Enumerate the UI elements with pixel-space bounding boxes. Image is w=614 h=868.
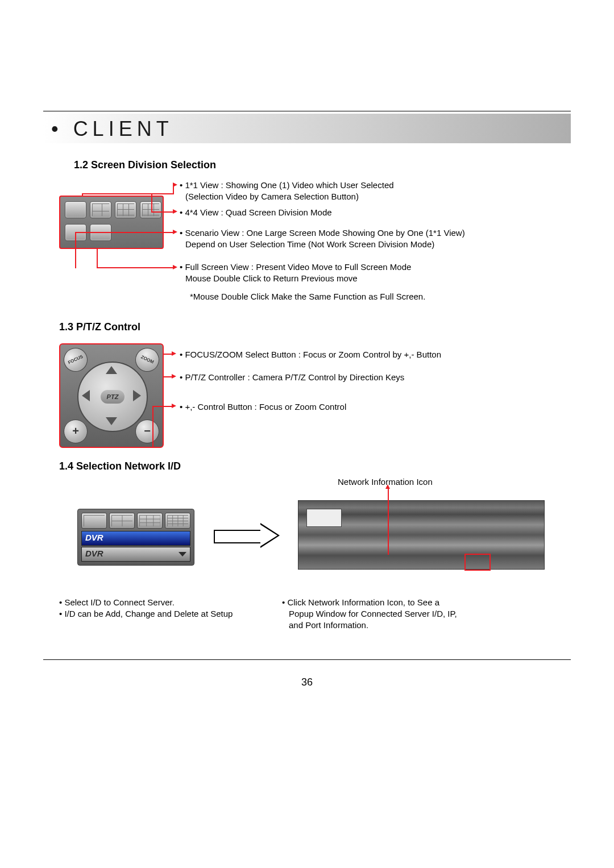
- arrow-icon: [173, 230, 177, 234]
- text-right-2: Popup Window for Connected Server I/D, I…: [289, 608, 457, 620]
- ptz-label: PTZ: [101, 390, 125, 404]
- view-1x1-button[interactable]: [65, 201, 86, 218]
- text-4x4: • 4*4 View : Quad Screen Division Mode: [180, 207, 332, 218]
- text-ptz-ctrl: • P/T/Z Controller : Camera P/T/Z Contro…: [180, 372, 404, 383]
- arrow-icon: [385, 484, 390, 489]
- view-3x3-button[interactable]: [137, 513, 163, 529]
- dvr-id-label: DVR: [85, 533, 103, 542]
- page: • CLIENT 1.2 Screen Division Selection •…: [0, 0, 614, 868]
- text-scenario-b: Depend on User Selection Time (Not Work …: [185, 239, 434, 250]
- callout-line: [97, 248, 98, 268]
- callout-line: [82, 193, 173, 194]
- callout-line: [75, 232, 76, 248]
- dvr-id-dropdown[interactable]: DVR: [81, 547, 190, 562]
- view-4x4-button[interactable]: [140, 201, 161, 218]
- text-scenario-a: • Scenario View : One Large Screen Mode …: [180, 227, 465, 239]
- ptz-right-button[interactable]: [133, 390, 141, 401]
- callout-line: [152, 406, 173, 407]
- panel-frame: PTZ FOCUS ZOOM + −: [59, 343, 164, 448]
- arrow-icon: [172, 374, 176, 379]
- ptz-panel: PTZ FOCUS ZOOM + −: [59, 343, 161, 446]
- text-full-a: • Full Screen View : Present Video Move …: [180, 261, 411, 273]
- ptz-down-button[interactable]: [106, 417, 117, 425]
- text-left-1: • Select I/D to Connect Server.: [59, 597, 175, 608]
- minus-button[interactable]: −: [135, 420, 159, 443]
- callout-line: [75, 232, 174, 233]
- text-right-3: and Port Information.: [289, 620, 368, 631]
- text-right-1: • Click Network Information Icon, to See…: [282, 597, 439, 608]
- heading-1-3: 1.3 P/T/Z Control: [59, 321, 140, 333]
- heading-1-4: 1.4 Selection Network I/D: [59, 460, 181, 472]
- text-left-2: • I/D can be Add, Change and Delete at S…: [59, 608, 233, 620]
- arrow-icon: [173, 265, 177, 269]
- view-3x3-button[interactable]: [115, 201, 136, 218]
- dvr-view-buttons: [81, 513, 190, 528]
- view-2x2-button[interactable]: [109, 513, 135, 529]
- arrow-icon: [172, 404, 176, 408]
- ptz-up-button[interactable]: [106, 366, 117, 374]
- page-number: 36: [0, 676, 614, 688]
- dvr-selector-panel: DVR DVR: [77, 509, 194, 566]
- view-1x1-button[interactable]: [81, 513, 107, 529]
- callout-line: [152, 406, 154, 448]
- text-note: *Mouse Double Click Make the Same Functi…: [190, 291, 425, 302]
- page-title: • CLIENT: [51, 117, 173, 141]
- panel-box: [306, 509, 342, 527]
- text-1x1-b: (Selection Video by Camera Selection But…: [185, 191, 359, 202]
- dvr-id-label: DVR: [85, 549, 103, 558]
- arrow-icon: [173, 182, 177, 187]
- arrow-right-icon: [214, 523, 282, 548]
- text-focus-zoom: • FOCUS/ZOOM Select Button : Focus or Zo…: [180, 349, 441, 360]
- text-full-b: Mouse Double Click to Return Previous mo…: [185, 273, 358, 284]
- callout-line: [388, 488, 389, 555]
- dvr-id-selected[interactable]: DVR: [81, 531, 190, 546]
- bullet: •: [51, 117, 63, 140]
- callout-line: [151, 193, 152, 211]
- top-rule: [43, 111, 571, 111]
- network-info-icon[interactable]: [464, 554, 491, 571]
- callout-line: [73, 447, 152, 448]
- arrow-icon: [173, 209, 177, 214]
- view-2x2-button[interactable]: [90, 201, 111, 218]
- screen-division-panel: [59, 196, 161, 247]
- text-plus-minus: • +,- Control Button : Focus or Zoom Con…: [180, 401, 346, 413]
- heading-1-2: 1.2 Screen Division Selection: [74, 159, 216, 171]
- ptz-left-button[interactable]: [82, 390, 90, 401]
- bottom-rule: [43, 659, 571, 660]
- plus-button[interactable]: +: [64, 420, 88, 443]
- chevron-down-icon: [179, 552, 186, 556]
- callout-line: [75, 248, 76, 268]
- callout-line: [151, 211, 174, 213]
- callout-line: [97, 267, 174, 268]
- title-text: CLIENT: [73, 117, 173, 140]
- arrow-icon: [172, 351, 176, 356]
- network-info-panel: [298, 500, 545, 570]
- focus-button[interactable]: FOCUS: [60, 344, 92, 376]
- view-4x4-button[interactable]: [165, 513, 190, 529]
- text-1x1-a: • 1*1 View : Showing One (1) Video which…: [180, 180, 394, 191]
